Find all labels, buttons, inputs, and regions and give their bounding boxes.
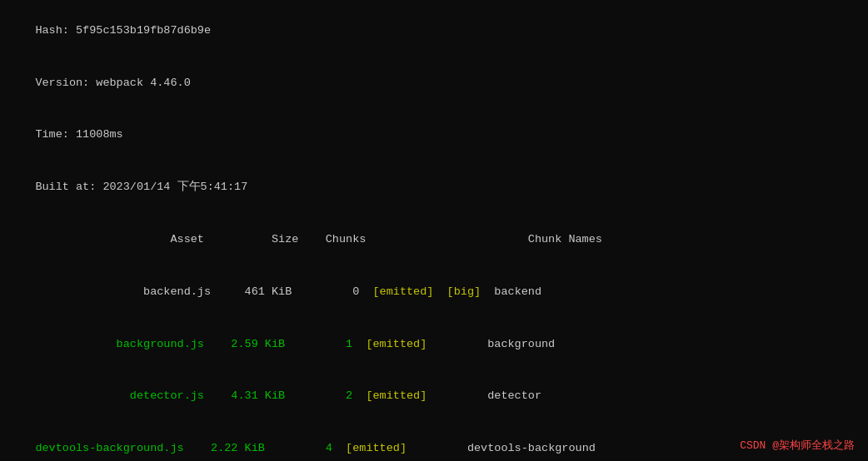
row-backend: backend.js 461 KiB 0 [emitted] [big] bac…: [8, 266, 860, 319]
row-backend-name: backend.js 461 KiB 0: [35, 285, 372, 298]
terminal: Hash: 5f95c153b19fb87d6b9e Version: webp…: [0, 0, 868, 461]
watermark-text: CSDN @架构师全栈之路: [740, 439, 855, 452]
row-devtools-bg-name: devtools-background.js 2.22 KiB 4: [35, 442, 346, 454]
row-devtools-background: devtools-background.js 2.22 KiB 4 [emitt…: [8, 423, 860, 461]
hash-text: Hash: 5f95c153b19fb87d6b9e: [35, 24, 211, 37]
row-background-name: background.js 2.59 KiB 1: [35, 338, 366, 350]
table-header: Asset Size Chunks Chunk Names: [8, 214, 860, 266]
emitted-4: [emitted]: [346, 442, 407, 454]
version-line: Version: webpack 4.46.0: [8, 57, 860, 110]
emitted-2: [emitted]: [366, 389, 427, 402]
hash-line: Hash: 5f95c153b19fb87d6b9e: [8, 5, 860, 57]
emitted-1: [emitted]: [366, 338, 427, 350]
row-background: background.js 2.59 KiB 1 [emitted] backg…: [8, 319, 860, 371]
time-text: Time: 11008ms: [35, 128, 122, 141]
emitted-0: [emitted]: [372, 285, 433, 298]
row-detector: detector.js 4.31 KiB 2 [emitted] detecto…: [8, 370, 860, 423]
header-text: Asset Size Chunks Chunk Names: [35, 233, 602, 245]
time-line: Time: 11008ms: [8, 110, 860, 162]
big-0: [big]: [447, 285, 481, 298]
watermark: CSDN @架构师全栈之路: [740, 438, 855, 453]
row-detector-name: detector.js 4.31 KiB 2: [35, 389, 366, 402]
built-line: Built at: 2023/01/14 下午5:41:17: [8, 161, 860, 214]
version-text: Version: webpack 4.46.0: [35, 77, 190, 89]
built-text: Built at: 2023/01/14 下午5:41:17: [35, 181, 247, 193]
